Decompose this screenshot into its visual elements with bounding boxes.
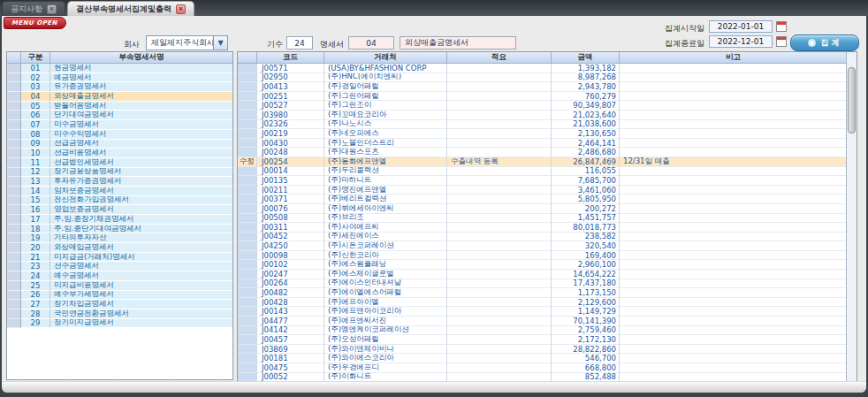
term-input[interactable]: 24 — [286, 36, 313, 50]
table-row[interactable]: J00527(주)그린조이90,349,807 — [238, 101, 847, 111]
row-selector-cell[interactable] — [7, 168, 21, 178]
list-item[interactable]: 05받을어음명세서 — [7, 102, 232, 111]
table-row[interactable]: J00571(USA)BY&HFASHION CORP1,393,182 — [238, 64, 847, 73]
table-row[interactable]: J00457(주)오성어패럴2,172,130 — [238, 335, 847, 345]
list-item[interactable]: 02예금명세서 — [7, 73, 232, 83]
list-item[interactable]: 14임차보증금명세서 — [7, 187, 232, 196]
table-row[interactable]: J00508(주)브리조1,451,757 — [238, 214, 847, 224]
list-item[interactable]: 09선급금명세서 — [7, 140, 232, 149]
table-row[interactable]: J00247(주)에스제이글로벌14,654,222 — [238, 270, 847, 279]
vertical-scrollbar[interactable] — [846, 52, 857, 381]
table-row[interactable]: J00102(주)에스윔플래닝2,960,100 — [238, 260, 847, 270]
table-row[interactable]: J02950(주)HNC(에이치엔씨)8,987,268 — [238, 73, 847, 83]
tab-notice[interactable]: 공지사항 × — [2, 1, 65, 16]
list-item[interactable]: 16영업보증금명세서 — [7, 205, 232, 215]
row-selector-cell[interactable] — [7, 233, 21, 243]
table-row[interactable]: J00181(주)와이에스코리아546,700 — [238, 354, 847, 363]
row-selector-cell[interactable] — [7, 120, 21, 130]
row-selector-cell[interactable] — [7, 64, 21, 73]
row-selector-cell[interactable] — [7, 102, 21, 111]
list-item[interactable]: 13투자유가증권명세서 — [7, 177, 232, 187]
table-row[interactable]: J00211(주)맹진에프앤엘3,461,060 — [238, 186, 847, 195]
row-selector-cell[interactable] — [7, 291, 21, 301]
table-row[interactable]: J00428(주)에프아이엘2,129,600 — [238, 298, 847, 308]
row-selector-cell[interactable] — [7, 271, 21, 281]
list-item[interactable]: 10선급비용명세서 — [7, 149, 232, 158]
row-selector-cell[interactable] — [7, 300, 21, 309]
start-date-input[interactable]: 2022-01-01 — [709, 20, 773, 33]
table-row[interactable]: J00251(주)그린어패럴760,279 — [238, 92, 847, 102]
row-selector-cell[interactable] — [7, 130, 21, 140]
table-row[interactable]: J00475(주)우경에프디668,800 — [238, 363, 847, 373]
table-row[interactable]: J00098(주)신한코리아169,400 — [238, 251, 847, 261]
row-selector-cell[interactable] — [7, 309, 21, 319]
table-row[interactable]: J03980(주)꼬매요코리아21,023,640 — [238, 111, 847, 120]
table-row[interactable]: J00219(주)네오피에스2,130,650 — [238, 129, 847, 139]
table-row[interactable]: J00248(주)대원스포츠2,486,680 — [238, 148, 847, 157]
list-item[interactable]: 19기타의투자자산 — [7, 233, 232, 243]
row-selector-cell[interactable] — [7, 177, 21, 187]
table-row[interactable]: J00264(주)에이스인터내셔날17,437,180 — [238, 279, 847, 289]
row-selector-cell[interactable] — [7, 92, 21, 102]
row-selector-cell[interactable] — [7, 205, 21, 215]
table-row[interactable]: J03869(주)와이앤제이비나28,822,860 — [238, 345, 847, 355]
list-item[interactable]: 23선수금명세서 — [7, 262, 232, 271]
list-item[interactable]: 01현금명세서 — [7, 64, 232, 73]
list-item[interactable]: 15전신전화가입권명세서 — [7, 196, 232, 206]
row-selector-cell[interactable] — [7, 281, 21, 291]
calendar-icon[interactable] — [776, 36, 787, 47]
row-selector-cell[interactable] — [7, 215, 21, 225]
row-selector-cell[interactable] — [7, 158, 21, 168]
statement-name-input[interactable]: 외상매출금명세서 — [400, 36, 516, 50]
list-item[interactable]: 17주.임.종장기채권명세서 — [7, 215, 232, 225]
company-select[interactable]: 제일제지주식회사 ▼ — [146, 35, 228, 50]
table-row[interactable]: J00311(주)사야에프씨80,018,773 — [238, 223, 847, 233]
list-item[interactable]: 12장기금융상품명세서 — [7, 168, 232, 178]
list-item[interactable]: 26예수부가세명세서 — [7, 291, 232, 301]
chevron-down-icon[interactable]: ▼ — [213, 36, 227, 50]
list-item[interactable]: 04외상매출금명세서 — [7, 92, 232, 102]
table-row[interactable]: J00430(주)노블인더스트리2,464,141 — [238, 139, 847, 149]
table-row[interactable]: J00371(주)베리트컬렉션5,805,950 — [238, 195, 847, 204]
list-item[interactable]: 06단기대여금명세서 — [7, 111, 232, 120]
list-item[interactable]: 11선급법인세명세서 — [7, 158, 232, 168]
row-selector-cell[interactable] — [7, 196, 21, 206]
table-row[interactable]: J00014(주)두리콜렉션116,055 — [238, 167, 847, 177]
table-row[interactable]: J00413(주)경일어패럴2,943,780 — [238, 82, 847, 92]
end-date-input[interactable]: 2022-12-01 — [709, 35, 773, 48]
tab-settlement-statements[interactable]: 결산부속명세서집계및출력 × — [67, 1, 194, 16]
list-item[interactable]: 27장기차입금명세서 — [7, 300, 232, 309]
table-row[interactable]: 수정J00254(주)동화에프앤엘수출내역 등록26,847,46912/31일… — [238, 157, 847, 167]
menu-open-button[interactable]: MENU OPEN — [4, 17, 66, 29]
calendar-icon[interactable] — [776, 21, 787, 32]
list-item[interactable]: 29장기미지급명세서 — [7, 319, 232, 329]
row-selector-cell[interactable] — [7, 111, 21, 120]
table-row[interactable]: J00452(주)세진에이스238,582 — [238, 233, 847, 242]
row-selector-cell[interactable] — [7, 187, 21, 196]
list-item[interactable]: 20외상매입금명세서 — [7, 243, 232, 253]
tab-close-icon[interactable]: × — [176, 4, 186, 14]
list-item[interactable]: 25미지급비용명세서 — [7, 281, 232, 291]
list-item[interactable]: 03유가증권명세서 — [7, 82, 232, 92]
row-selector-cell[interactable] — [7, 73, 21, 83]
row-selector-cell[interactable] — [7, 243, 21, 253]
list-item[interactable]: 28국민연금전환금명세서 — [7, 309, 232, 319]
scrollbar-thumb[interactable] — [848, 67, 856, 134]
list-item[interactable]: 18주.임.종단기대여금명세서 — [7, 225, 232, 234]
table-row[interactable]: J00052(주)이화니트852,488 — [238, 373, 847, 381]
row-selector-cell[interactable] — [7, 140, 21, 149]
row-selector-cell[interactable] — [7, 253, 21, 263]
list-item[interactable]: 08미수수익명세서 — [7, 130, 232, 140]
list-item[interactable]: 21미지급금(거래처)명세서 — [7, 253, 232, 263]
row-selector-cell[interactable] — [7, 82, 21, 92]
row-selector-cell[interactable] — [7, 319, 21, 329]
aggregate-button[interactable]: 집계 — [790, 34, 859, 51]
table-row[interactable]: J04142(주)엠엔케이코퍼레이션2,759,460 — [238, 326, 847, 336]
table-row[interactable]: J04477(주)에프엔씨서진70,141,390 — [238, 317, 847, 326]
row-selector-cell[interactable] — [7, 225, 21, 234]
list-item[interactable]: 24예수금명세서 — [7, 271, 232, 281]
row-selector-cell[interactable] — [7, 262, 21, 271]
table-row[interactable]: J02326(주)나노시스21,038,600 — [238, 120, 847, 130]
row-selector-cell[interactable] — [7, 149, 21, 158]
table-row[interactable]: J00482(주)에이엘에스어패럴1,173,150 — [238, 288, 847, 298]
